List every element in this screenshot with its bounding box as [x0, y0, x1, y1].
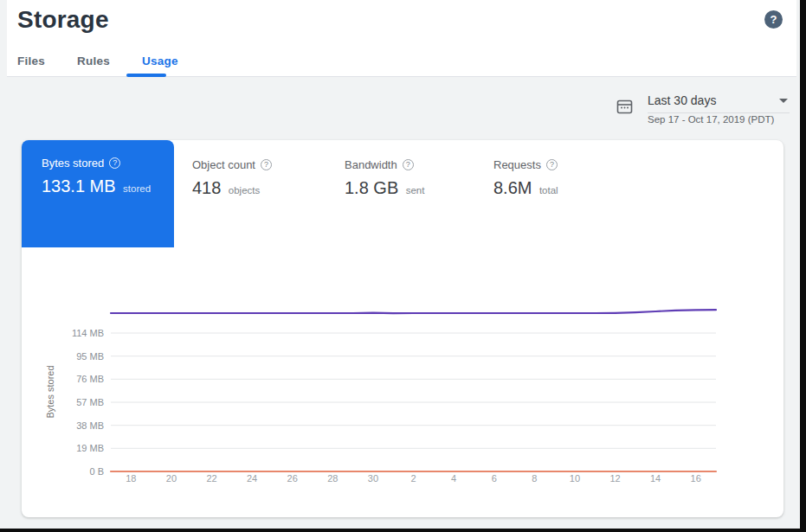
- svg-text:18: 18: [126, 473, 136, 484]
- svg-text:10: 10: [570, 473, 580, 484]
- storage-usage-page: Storage ? Files Rules Usage Last 30 days…: [0, 0, 800, 529]
- tab-rules[interactable]: Rules: [77, 51, 110, 81]
- svg-text:76 MB: 76 MB: [76, 374, 104, 384]
- metric-value: 8.6M: [493, 178, 532, 197]
- help-glyph: ?: [771, 13, 777, 26]
- svg-text:26: 26: [287, 473, 298, 484]
- help-icon[interactable]: ?: [764, 10, 783, 29]
- metric-label: Bandwidth: [345, 158, 397, 171]
- chevron-down-icon: [779, 99, 788, 103]
- metric-card-requests[interactable]: Requests ? 8.6M total: [493, 158, 558, 198]
- metric-unit: stored: [123, 183, 151, 194]
- svg-text:114 MB: 114 MB: [72, 328, 104, 338]
- metric-label: Requests: [493, 158, 541, 171]
- help-icon[interactable]: ?: [261, 159, 272, 170]
- svg-text:4: 4: [451, 473, 456, 484]
- metric-label: Bytes stored: [42, 157, 104, 170]
- usage-chart: 0 B19 MB38 MB57 MB76 MB95 MB114 MBBytes …: [22, 260, 783, 517]
- active-tab-indicator: [126, 74, 166, 77]
- svg-text:38 MB: 38 MB: [76, 420, 104, 431]
- help-icon[interactable]: ?: [403, 159, 414, 170]
- y-axis-labels: 0 B19 MB38 MB57 MB76 MB95 MB114 MB: [72, 328, 104, 477]
- metric-unit: sent: [406, 185, 425, 195]
- usage-panel: Bytes stored ? 133.1 MB stored Object co…: [22, 140, 783, 517]
- date-range-detail: Sep 17 - Oct 17, 2019 (PDT): [648, 114, 795, 125]
- metric-card-object-count[interactable]: Object count ? 418 objects: [192, 158, 272, 198]
- calendar-icon: [616, 99, 633, 115]
- svg-text:24: 24: [247, 473, 257, 484]
- svg-text:30: 30: [368, 473, 378, 484]
- grid-lines: [111, 333, 716, 471]
- series-bytes-stored-line: [111, 310, 716, 313]
- metric-unit: objects: [229, 185, 260, 195]
- metric-label: Object count: [192, 158, 255, 171]
- y-axis-title: Bytes stored: [45, 365, 55, 418]
- tab-bar: Files Rules Usage: [17, 51, 210, 81]
- metric-card-bytes-stored[interactable]: Bytes stored ? 133.1 MB stored: [22, 140, 174, 247]
- x-axis-labels: 18202224262830246810121416: [126, 473, 701, 484]
- svg-text:8: 8: [532, 473, 537, 484]
- svg-text:28: 28: [327, 473, 338, 484]
- svg-text:14: 14: [650, 473, 661, 484]
- metric-value: 1.8 GB: [345, 178, 398, 197]
- metric-unit: total: [539, 185, 558, 195]
- metric-value: 418: [192, 178, 221, 197]
- svg-text:22: 22: [206, 473, 216, 484]
- page-title: Storage: [17, 6, 109, 34]
- svg-text:20: 20: [166, 473, 177, 484]
- metric-card-bandwidth[interactable]: Bandwidth ? 1.8 GB sent: [345, 158, 424, 198]
- svg-text:6: 6: [492, 473, 497, 484]
- metric-value: 133.1 MB: [42, 176, 116, 195]
- page-header: Storage ? Files Rules Usage: [7, 0, 796, 77]
- date-range-label: Last 30 days: [648, 93, 790, 113]
- svg-text:12: 12: [609, 473, 620, 484]
- svg-text:95 MB: 95 MB: [76, 351, 104, 362]
- svg-text:16: 16: [691, 473, 701, 484]
- svg-text:19 MB: 19 MB: [76, 443, 104, 453]
- svg-text:57 MB: 57 MB: [76, 397, 104, 407]
- svg-text:0 B: 0 B: [89, 466, 104, 477]
- help-icon[interactable]: ?: [109, 157, 120, 169]
- svg-text:2: 2: [410, 473, 416, 484]
- tab-files[interactable]: Files: [17, 51, 45, 81]
- help-icon[interactable]: ?: [546, 159, 558, 170]
